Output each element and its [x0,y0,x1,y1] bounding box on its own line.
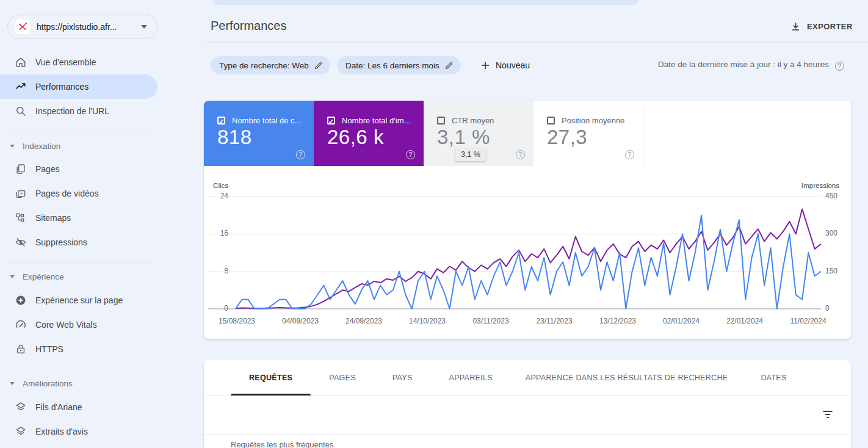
search-icon [15,105,27,117]
sidebar-item-performances[interactable]: Performances [0,74,157,99]
y-tick: 150 [825,267,837,275]
sidebar-item-review-snippets[interactable]: Extraits d'avis [0,419,157,444]
tab-dates[interactable]: DATES [742,360,805,396]
sidebar-item-page-experience[interactable]: Expérience sur la page [0,288,157,313]
y-tick: 300 [825,229,837,237]
metric-value: 3,1 % [437,126,490,149]
x-tick: 13/12/2023 [590,317,646,325]
dimensions-table-card: REQUÊTES PAGES PAYS APPAREILS APPARENCE … [204,360,851,448]
sidebar-item-video-pages[interactable]: Pages de vidéos [0,181,157,206]
header-divider [204,42,868,43]
export-button[interactable]: EXPORTER [790,18,853,34]
sidebar-item-breadcrumbs[interactable]: Fils d'Ariane [0,395,157,419]
sidebar-item-core-web-vitals[interactable]: Core Web Vitals [0,313,157,337]
tab-countries[interactable]: PAYS [374,360,431,396]
sidebar-item-label: Performances [35,82,89,92]
sidebar-item-label: Vue d'ensemble [35,57,96,67]
page-experience-icon [15,294,27,306]
x-tick: 11/02/2024 [780,317,836,325]
metric-value: 27,3 [547,126,587,149]
tab-devices[interactable]: APPAREILS [431,360,511,396]
help-icon[interactable] [835,62,844,71]
speedometer-icon [15,319,27,331]
right-axis-title: Impressions [801,182,839,189]
sidebar-item-label: Core Web Vitals [35,320,97,330]
sidebar-divider [6,131,153,131]
sidebar-item-removals[interactable]: Suppressions [0,230,157,255]
metric-card-average-position[interactable]: Position moyenne 27,3 [533,101,643,166]
x-tick: 14/10/2023 [399,317,455,325]
collapse-caret-icon [10,275,15,278]
last-update-note: Date de la dernière mise à jour : il y a… [658,60,848,71]
video-pages-icon [15,187,27,200]
help-icon[interactable] [296,150,305,159]
checkbox-unchecked-icon[interactable] [547,117,555,125]
tab-pages[interactable]: PAGES [311,360,374,396]
clics-line [236,215,821,309]
filter-list-icon[interactable] [822,408,834,421]
x-tick: 04/09/2023 [272,317,328,325]
sidebar-item-https[interactable]: HTTPS [0,337,157,361]
page-title: Performances [211,19,287,33]
sidebar-item-label: Pages [35,164,60,174]
tab-search-appearance[interactable]: APPARENCE DANS LES RÉSULTATS DE RECHERCH… [511,360,743,396]
tab-queries[interactable]: REQUÊTES [231,360,311,396]
metric-card-total-clicks[interactable]: ✓ Nombre total de c... 818 [204,101,314,166]
impressions-line [236,209,821,308]
sidebar-item-label: Sitemaps [35,213,71,223]
checkbox-unchecked-icon[interactable] [437,117,445,125]
sidebar-section-experience[interactable]: Expérience [0,269,157,284]
trending-up-icon [15,81,27,93]
checkbox-checked-icon[interactable]: ✓ [217,117,225,125]
help-icon[interactable] [625,150,634,159]
ctr-tooltip: 3,1 % [455,148,486,161]
x-tick: 24/09/2023 [336,317,392,325]
filter-chip-date[interactable]: Date: Les 6 derniers mois [337,56,461,74]
eye-off-icon [15,236,27,248]
layers-icon [15,401,27,413]
sitemap-tree-icon [15,212,27,224]
x-tick: 15/08/2023 [209,317,265,325]
x-tick: 02/01/2024 [653,317,709,325]
home-icon [15,56,27,68]
table-header-queries[interactable]: Requêtes les plus fréquentes [231,440,333,448]
new-filter-button[interactable]: Nouveau [480,56,530,74]
x-tick: 03/11/2023 [463,317,519,325]
help-icon[interactable] [406,150,415,159]
section-title: Indexation [23,142,60,151]
sidebar-item-pages[interactable]: Pages [0,157,157,181]
sidebar-item-sitemaps[interactable]: Sitemaps [0,206,157,230]
sidebar-item-url-inspection[interactable]: Inspection de l'URL [0,99,157,123]
sidebar-section-indexation[interactable]: Indexation [0,139,157,153]
sidebar-item-label: Pages de vidéos [35,189,99,198]
download-icon [790,21,801,32]
plus-icon [480,60,491,71]
y-tick: 0 [825,304,830,313]
pages-icon [15,163,27,175]
x-tick: 22/01/2024 [717,317,773,325]
sidebar-item-label: Inspection de l'URL [35,106,109,116]
edit-pencil-icon [444,61,454,70]
sidebar-item-label: Fils d'Ariane [35,402,82,412]
sidebar-item-label: HTTPS [35,344,63,354]
layers-icon [15,425,27,438]
collapse-caret-icon [10,382,15,385]
metric-card-total-impressions[interactable]: ✓ Nombre total d'im... 26,6 k [314,101,424,166]
sidebar-divider [6,262,153,262]
sidebar-section-enhancements[interactable]: Améliorations [0,376,157,391]
left-axis-title: Clics [183,182,228,189]
sidebar-item-overview[interactable]: Vue d'ensemble [0,50,157,74]
sidebar-divider [6,369,153,369]
property-selector[interactable]: https://pixlstudio.afr... [7,15,157,39]
y-tick: 450 [825,192,837,200]
property-logo-icon [15,19,31,35]
lock-icon [15,343,27,355]
metric-value: 26,6 k [327,126,384,149]
help-icon[interactable] [516,150,525,159]
checkbox-checked-icon[interactable]: ✓ [327,117,335,125]
sidebar-item-label: Expérience sur la page [35,295,123,305]
dimension-tabs: REQUÊTES PAGES PAYS APPAREILS APPARENCE … [204,360,851,396]
property-url: https://pixlstudio.afr... [37,22,117,32]
performance-line-chart[interactable] [208,189,821,311]
filter-chip-search-type[interactable]: Type de recherche: Web [211,56,330,74]
